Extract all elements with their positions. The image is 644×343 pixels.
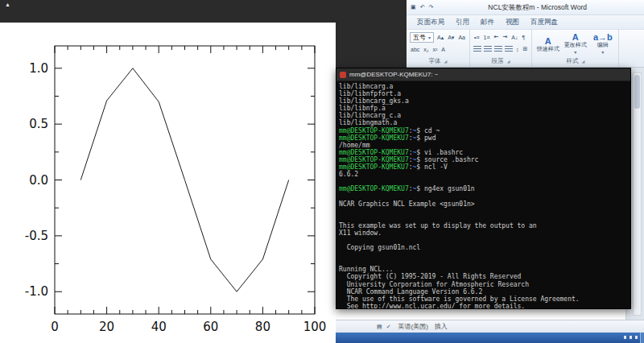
- font-color-icon[interactable]: A: [440, 46, 446, 53]
- ribbon-group-styles: A快速样式A更改样式▾a→b编辑▾ 样式 ◢: [532, 30, 619, 67]
- terminal-line: Copyright (C) 1995-2019 - All Rights Res…: [339, 273, 630, 280]
- terminal-body[interactable]: lib/libncarg.alib/libnfpfort.alib/libnca…: [336, 81, 630, 309]
- redo-icon[interactable]: ↷: [428, 0, 435, 15]
- dialog-launcher-icon[interactable]: ◢: [444, 59, 448, 64]
- quick-access-toolbar: ▣↶↷: [407, 0, 437, 15]
- quick-styles-button-label: 快速样式: [537, 46, 559, 52]
- superscript-icon[interactable]: x²: [432, 46, 439, 53]
- terminal-line: NCAR Command Language Version 6.6.2: [339, 288, 630, 295]
- status-language[interactable]: 英语(美国): [398, 322, 428, 331]
- strikethrough-icon[interactable]: abc: [410, 46, 420, 53]
- justify-icon[interactable]: [505, 46, 513, 52]
- editing-button[interactable]: a→b编辑▾: [590, 32, 615, 56]
- svg-text:0: 0: [51, 320, 59, 334]
- terminal-title: mm@DESKTOP-KQMEKU7: ~: [349, 71, 438, 78]
- svg-text:100: 100: [303, 320, 327, 334]
- shrink-font-icon[interactable]: A▾: [447, 34, 455, 42]
- show-desktop-button[interactable]: [640, 333, 644, 343]
- font-size-combo[interactable]: 五号 ▾: [410, 32, 434, 43]
- terminal-line: NCAR Graphics NCL Example <gsun01n>: [339, 200, 630, 208]
- chevron-down-icon: ▾: [574, 49, 576, 56]
- quick-styles-button[interactable]: A快速样式: [535, 36, 560, 52]
- bullets-icon[interactable]: •≡: [473, 34, 481, 41]
- tab-邮件[interactable]: 邮件: [475, 16, 500, 29]
- sort-icon[interactable]: A↓: [510, 34, 518, 41]
- svg-text:1.0: 1.0: [29, 61, 48, 76]
- terminal-line: Copying gsun01n.ncl: [339, 244, 630, 251]
- spellcheck-status-icon[interactable]: ✓: [386, 323, 392, 331]
- svg-text:0.5: 0.5: [29, 117, 48, 131]
- terminal-title-bar[interactable]: mm@DESKTOP-KQMEKU7: ~: [336, 68, 630, 81]
- terminal-line: [339, 258, 630, 266]
- align-center-icon[interactable]: [484, 46, 492, 52]
- svg-text:40: 40: [151, 320, 167, 334]
- font-size-value: 五号: [413, 33, 426, 42]
- tab-引用[interactable]: 引用: [450, 16, 475, 29]
- grow-font-icon[interactable]: A▴: [436, 34, 444, 42]
- terminal-line: [339, 192, 630, 200]
- dialog-launcher-icon[interactable]: ◢: [581, 59, 584, 64]
- svg-text:80: 80: [255, 320, 270, 334]
- document-scrollbar[interactable]: [633, 72, 642, 316]
- terminal-line: 6.6.2: [339, 171, 630, 178]
- scrollbar-thumb[interactable]: [634, 75, 640, 109]
- pilcrow-icon[interactable]: ¶: [521, 34, 526, 41]
- status-insert-mode[interactable]: 插入: [435, 322, 448, 331]
- terminal-line: [339, 215, 630, 222]
- undo-icon[interactable]: ↶: [419, 0, 426, 15]
- terminal-line: mm@DESKTOP-KQMEKU7:~$ source .bashrc: [339, 156, 630, 163]
- change-styles-button[interactable]: A更改样式▾: [563, 32, 588, 56]
- subscript-icon[interactable]: x₂: [423, 46, 429, 53]
- editing-button-icon: a→b: [593, 33, 613, 42]
- terminal-line: [339, 251, 630, 258]
- dialog-launcher-icon[interactable]: ◢: [507, 59, 510, 64]
- save-icon[interactable]: ▣: [410, 0, 417, 15]
- line-spacing-icon[interactable]: ↕: [515, 46, 520, 53]
- svg-text:-0.5: -0.5: [25, 229, 48, 243]
- page-status-icon[interactable]: ▤: [376, 323, 383, 331]
- chevron-down-icon: ▾: [428, 35, 431, 40]
- change-styles-button-icon: A: [572, 33, 579, 42]
- word-ribbon: 五号 ▾ A▴A▾Aa abcx₂x²A 字体 ◢ •≡1≡⇤⇥A↓¶ ↕⊞: [407, 30, 644, 68]
- terminal-line: The use of this software is governed by …: [339, 295, 630, 303]
- terminal-line: lib/libncarg_c.a: [339, 112, 630, 119]
- group-label-font: 字体: [429, 57, 441, 65]
- ncar-x11-window: 020406080100-1.0-0.50.00.51.0: [0, 23, 336, 343]
- align-right-icon[interactable]: [494, 46, 502, 52]
- terminal-line: lib/libnfp.a: [339, 105, 630, 112]
- terminal-line: Running NCL...: [339, 266, 630, 273]
- terminal-app-icon: [340, 72, 346, 78]
- numbering-icon[interactable]: 1≡: [483, 34, 491, 41]
- decrease-indent-icon[interactable]: ⇤: [493, 33, 499, 41]
- terminal-line: [339, 237, 630, 244]
- ncar-plot-svg: 020406080100-1.0-0.50.00.51.0: [0, 23, 336, 343]
- chevron-down-icon: ▾: [601, 49, 604, 56]
- editing-button-label: 编辑: [597, 42, 609, 48]
- word-status-bar: ▤✓ 英语(美国) 插入: [336, 320, 644, 333]
- screen: ▲ ▣↶↷ NCL安装教程m - Microsoft Word 页面布局引用邮件…: [0, 0, 644, 343]
- word-title-bar[interactable]: ▣↶↷ NCL安装教程m - Microsoft Word: [407, 0, 644, 15]
- terminal-line: University Corporation for Atmospheric R…: [339, 281, 630, 288]
- terminal-line: mm@DESKTOP-KQMEKU7:~$ cd ~: [339, 127, 630, 134]
- terminal-line: [339, 208, 630, 215]
- tab-视图[interactable]: 视图: [500, 16, 525, 29]
- tab-百度网盘[interactable]: 百度网盘: [525, 16, 564, 29]
- group-label-styles: 样式: [566, 57, 578, 65]
- svg-text:20: 20: [99, 320, 114, 334]
- desktop-marker-icon: ▲: [5, 2, 10, 7]
- tab-页面布局[interactable]: 页面布局: [411, 16, 450, 29]
- change-styles-button-label: 更改样式: [564, 42, 587, 48]
- change-case-icon[interactable]: Aa: [457, 34, 466, 41]
- word-window-top: ▣↶↷ NCL安装教程m - Microsoft Word 页面布局引用邮件视图…: [407, 0, 644, 68]
- word-ribbon-tabs: 页面布局引用邮件视图百度网盘: [407, 15, 644, 30]
- word-title: NCL安装教程m - Microsoft Word: [437, 0, 644, 14]
- increase-indent-icon[interactable]: ⇥: [502, 33, 508, 41]
- quick-styles-button-icon: A: [545, 37, 551, 46]
- terminal-line: mm@DESKTOP-KQMEKU7:~$ ng4ex gsun01n: [339, 185, 630, 192]
- borders-icon[interactable]: ⊞: [522, 45, 528, 53]
- windows-taskbar[interactable]: [336, 333, 644, 343]
- terminal-line: This example was set up to display the o…: [339, 222, 630, 229]
- svg-text:0.0: 0.0: [29, 173, 48, 188]
- system-tray[interactable]: [624, 336, 638, 339]
- align-left-icon[interactable]: [473, 46, 481, 52]
